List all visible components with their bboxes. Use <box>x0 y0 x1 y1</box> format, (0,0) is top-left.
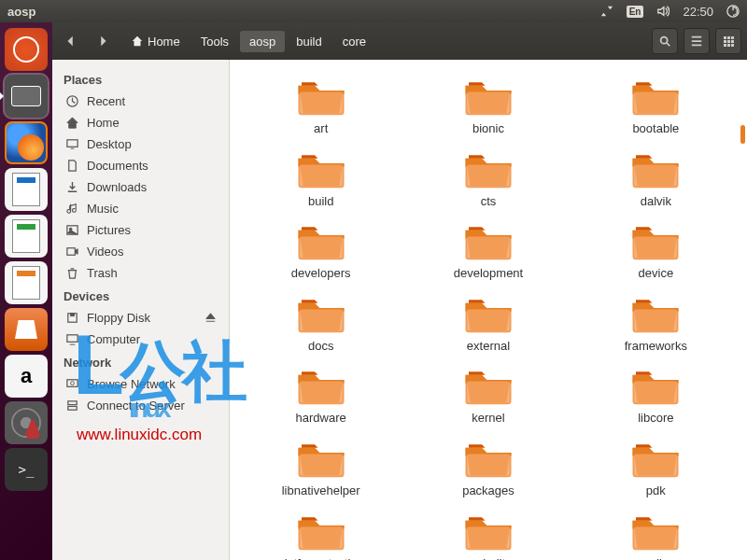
files-content[interactable]: artbionicbootablebuildctsdalvikdeveloper… <box>230 60 747 560</box>
launcher-amazon[interactable]: a <box>5 355 48 398</box>
folder-build[interactable]: build <box>237 149 404 209</box>
folder-external[interactable]: external <box>404 294 571 354</box>
folder-device[interactable]: device <box>572 221 740 281</box>
folder-hardware[interactable]: hardware <box>237 366 404 426</box>
launcher-software-center[interactable] <box>5 308 48 351</box>
folder-docs[interactable]: docs <box>237 294 404 354</box>
folder-art[interactable]: art <box>237 77 404 136</box>
sidebar-head-network: Network <box>52 350 229 373</box>
folder-frameworks[interactable]: frameworks <box>572 294 740 354</box>
folder-bootable[interactable]: bootable <box>572 77 740 136</box>
forward-button[interactable] <box>90 28 116 54</box>
sidebar-item-desktop[interactable]: Desktop <box>52 133 229 155</box>
list-view-button[interactable] <box>684 28 710 54</box>
svg-rect-11 <box>68 401 77 405</box>
clock[interactable]: 22:50 <box>683 5 713 19</box>
language-indicator[interactable]: En <box>627 6 644 18</box>
launcher-writer[interactable] <box>5 168 48 211</box>
folder-libnativehelper[interactable]: libnativehelper <box>237 439 404 498</box>
sidebar-head-places: Places <box>52 67 229 91</box>
crumb-aosp[interactable]: aosp <box>240 31 285 52</box>
sidebar-item-downloads[interactable]: Downloads <box>52 176 229 198</box>
folder-libcore[interactable]: libcore <box>572 366 740 426</box>
files-sidebar: PlacesRecentHomeDesktopDocumentsDownload… <box>52 60 230 560</box>
svg-rect-8 <box>67 335 78 343</box>
folder-bionic[interactable]: bionic <box>404 77 571 136</box>
crumb-core[interactable]: core <box>333 31 375 52</box>
svg-rect-9 <box>67 380 78 387</box>
folder-pdk[interactable]: pdk <box>572 439 740 498</box>
icon-view-button[interactable] <box>715 28 741 54</box>
search-button[interactable] <box>652 28 678 54</box>
sidebar-head-devices: Devices <box>52 284 229 307</box>
folder-development[interactable]: development <box>404 221 571 281</box>
svg-point-0 <box>661 37 668 44</box>
sidebar-item-videos[interactable]: Videos <box>52 241 229 262</box>
folder-kernel[interactable]: kernel <box>404 366 571 426</box>
launcher-terminal[interactable] <box>5 448 48 491</box>
unity-launcher: a <box>0 22 52 560</box>
sidebar-item-home[interactable]: Home <box>52 112 229 133</box>
session-indicator[interactable] <box>726 5 740 18</box>
crumb-tools[interactable]: Tools <box>191 31 238 52</box>
files-toolbar: HomeToolsaospbuildcore <box>52 22 747 60</box>
launcher-files[interactable] <box>5 75 48 118</box>
sidebar-item-browse-network[interactable]: Browse Network <box>52 373 229 395</box>
sidebar-item-pictures[interactable]: Pictures <box>52 219 229 241</box>
breadcrumb: HomeToolsaospbuildcore <box>121 31 375 52</box>
svg-rect-2 <box>67 140 78 147</box>
network-indicator[interactable] <box>600 5 613 18</box>
sound-indicator[interactable] <box>656 5 669 18</box>
folder-packages[interactable]: packages <box>404 439 571 498</box>
launcher-impress[interactable] <box>5 261 48 304</box>
folder-developers[interactable]: developers <box>237 221 404 281</box>
sidebar-item-documents[interactable]: Documents <box>52 155 229 176</box>
folder-sdk[interactable]: sdk <box>572 511 740 560</box>
launcher-dash[interactable] <box>5 28 48 71</box>
crumb-home[interactable]: Home <box>121 31 190 52</box>
scrollbar-thumb[interactable] <box>740 125 745 144</box>
window-title: aosp <box>7 5 35 19</box>
sidebar-item-connect-to-server[interactable]: Connect to Server <box>52 395 229 416</box>
folder-platform_testing[interactable]: platform_testing <box>237 511 404 560</box>
folder-prebuilts[interactable]: prebuilts <box>404 511 571 560</box>
sidebar-item-computer[interactable]: Computer <box>52 329 229 350</box>
svg-rect-7 <box>71 314 75 316</box>
svg-rect-5 <box>67 248 75 256</box>
sidebar-item-trash[interactable]: Trash <box>52 262 229 284</box>
svg-point-10 <box>71 382 75 385</box>
crumb-build[interactable]: build <box>287 31 331 52</box>
back-button[interactable] <box>58 28 84 54</box>
launcher-settings[interactable] <box>5 401 48 444</box>
folder-cts[interactable]: cts <box>404 149 571 209</box>
files-window: HomeToolsaospbuildcore PlacesRecentHomeD… <box>52 22 747 560</box>
launcher-firefox[interactable] <box>5 121 48 164</box>
top-menubar: aosp En 22:50 <box>0 0 747 22</box>
folder-dalvik[interactable]: dalvik <box>572 149 740 209</box>
sidebar-item-recent[interactable]: Recent <box>52 91 229 112</box>
launcher-calc[interactable] <box>5 215 48 258</box>
sidebar-item-floppy-disk[interactable]: Floppy Disk <box>52 307 229 329</box>
sidebar-item-music[interactable]: Music <box>52 198 229 219</box>
svg-rect-12 <box>68 406 77 410</box>
